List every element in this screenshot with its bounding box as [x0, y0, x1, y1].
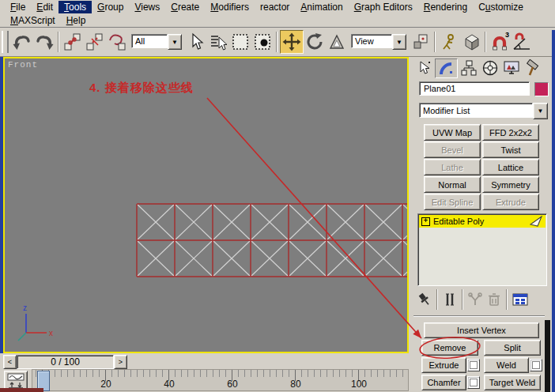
modifier-button-ffd-2x2x2[interactable]: FFD 2x2x2 — [482, 124, 539, 141]
select-by-name-icon[interactable] — [207, 30, 229, 54]
rectangular-selection-region-icon[interactable] — [229, 30, 251, 54]
menu-item-reactor[interactable]: reactor — [255, 1, 295, 13]
toolbar-grip[interactable] — [2, 31, 9, 53]
timeline-tick-label: 20 — [94, 379, 118, 390]
chamfer-settings-button[interactable] — [467, 376, 480, 389]
extrude-button[interactable]: Extrude — [421, 357, 466, 373]
select-and-move-icon[interactable] — [280, 30, 304, 54]
menu-item-file[interactable]: File — [5, 1, 31, 13]
stack-expand-icon[interactable]: + — [421, 217, 430, 226]
motion-tab-icon[interactable] — [479, 58, 500, 77]
menu-item-modifiers[interactable]: Modifiers — [205, 1, 255, 13]
timeline-ruler[interactable]: 0 20 40 60 80 100 — [32, 369, 409, 391]
stack-toolbar-separator — [462, 289, 463, 310]
window-crossing-toggle-icon[interactable] — [251, 30, 274, 54]
object-name-field[interactable]: Plane01 — [419, 81, 530, 96]
create-tab-icon[interactable] — [413, 58, 435, 77]
configure-modifier-sets-icon[interactable] — [510, 288, 530, 311]
display-tab-icon[interactable] — [500, 58, 522, 77]
panel-scrollbar[interactable] — [545, 320, 550, 392]
weld-button[interactable]: Weld — [484, 357, 529, 373]
modifier-button-lathe[interactable]: Lathe — [424, 159, 481, 175]
keyboard-override-cube-icon[interactable] — [460, 30, 482, 54]
menu-item-graph-editors[interactable]: Graph Editors — [349, 1, 418, 13]
rollout-separator — [413, 315, 545, 317]
viewport-label[interactable]: Front — [8, 60, 38, 70]
menu-item-customize[interactable]: Customize — [473, 1, 529, 13]
modifier-button-edit-spline[interactable]: Edit Spline — [424, 194, 481, 210]
selection-filter-arrow[interactable]: ▼ — [168, 34, 182, 50]
extrude-settings-button[interactable] — [467, 359, 480, 371]
timeline-tick-label: 80 — [284, 379, 308, 390]
modifier-button-twist[interactable]: Twist — [482, 141, 539, 158]
remove-button[interactable]: Remove — [421, 340, 478, 356]
toolbar-separator — [434, 32, 436, 52]
remove-modifier-icon[interactable] — [485, 288, 504, 311]
select-and-link-icon[interactable] — [62, 30, 84, 54]
selection-filter-dropdown[interactable]: All ▼ — [131, 34, 182, 50]
timeline-tick-label: 40 — [157, 379, 181, 390]
pin-stack-icon[interactable] — [415, 288, 434, 311]
make-unique-icon[interactable] — [466, 288, 485, 311]
modifier-list-value: Modifier List — [419, 103, 533, 118]
menu-item-help[interactable]: Help — [61, 14, 92, 27]
menu-item-animation[interactable]: Animation — [295, 1, 348, 13]
bind-to-space-warp-icon[interactable] — [106, 30, 128, 54]
command-panel-tabs — [413, 58, 543, 78]
select-and-scale-icon[interactable] — [326, 30, 348, 54]
modifier-list-arrow[interactable]: ▼ — [533, 103, 548, 119]
command-panel: Plane01 Modifier List ▼ UVW Map FFD 2x2x… — [409, 57, 552, 392]
front-viewport[interactable]: Front — [3, 57, 409, 353]
undo-icon[interactable] — [11, 30, 33, 54]
insert-vertex-button[interactable]: Insert Vertex — [424, 322, 539, 338]
modifier-stack-list[interactable]: + Editable Poly — [417, 213, 547, 286]
reference-coordinate-dropdown[interactable]: View ▼ — [351, 34, 406, 50]
utilities-tab-icon[interactable] — [522, 58, 543, 77]
modifier-button-symmetry[interactable]: Symmetry — [482, 176, 539, 193]
annotation-step-text: 4. 接着移除这些线 — [89, 81, 194, 96]
stack-toolbar — [415, 291, 546, 308]
use-pivot-point-center-icon[interactable] — [410, 30, 432, 54]
modifier-button-lattice[interactable]: Lattice — [482, 159, 539, 175]
menu-bar: FileEditToolsGroupViewsCreateModifiersre… — [0, 0, 555, 28]
menu-item-maxscript[interactable]: MAXScript — [5, 14, 61, 27]
weld-settings-button[interactable] — [530, 359, 542, 371]
menu-item-views[interactable]: Views — [129, 1, 165, 13]
menu-item-group[interactable]: Group — [92, 1, 129, 13]
chamfer-button[interactable]: Chamfer — [421, 375, 466, 390]
angle-snap-toggle-icon[interactable] — [511, 30, 533, 54]
menu-item-edit[interactable]: Edit — [31, 1, 59, 13]
stack-toolbar-separator — [506, 289, 508, 310]
stack-item-editable-poly[interactable]: + Editable Poly — [419, 215, 546, 228]
next-frame-button[interactable]: > — [114, 355, 127, 369]
window-border-right — [552, 30, 555, 392]
reference-coordinate-value: View — [351, 34, 392, 48]
menu-item-create[interactable]: Create — [165, 1, 205, 13]
target-weld-button[interactable]: Target Weld — [484, 375, 541, 390]
trackbar-stub — [0, 388, 43, 392]
object-color-swatch[interactable] — [534, 82, 549, 96]
previous-frame-button[interactable]: < — [3, 355, 17, 369]
menu-item-rendering[interactable]: Rendering — [418, 1, 473, 13]
menu-item-tools[interactable]: Tools — [59, 1, 92, 13]
select-and-manipulate-icon[interactable] — [438, 30, 460, 54]
redo-icon[interactable] — [33, 30, 55, 54]
snaps-toggle-icon[interactable]: 3 — [489, 30, 511, 54]
hierarchy-tab-icon[interactable] — [458, 58, 479, 77]
unlink-selection-icon[interactable] — [84, 30, 106, 54]
selection-filter-value: All — [131, 34, 168, 48]
menu-row-1: FileEditToolsGroupViewsCreateModifiersre… — [0, 0, 555, 13]
modifier-button-normal[interactable]: Normal — [424, 176, 481, 193]
select-object-icon[interactable] — [185, 30, 207, 54]
modifier-button-extrude-mod[interactable]: Extrude — [482, 194, 539, 210]
modify-tab-icon[interactable] — [435, 58, 458, 78]
modifier-button-bevel[interactable]: Bevel — [424, 141, 481, 158]
frame-counter-display: 0 / 100 — [17, 355, 114, 369]
modifier-list-dropdown[interactable]: Modifier List ▼ — [419, 103, 548, 118]
reference-coordinate-arrow[interactable]: ▼ — [392, 34, 406, 50]
select-and-rotate-icon[interactable] — [304, 30, 326, 54]
show-end-result-icon[interactable] — [440, 288, 459, 311]
modifier-button-uvw-map[interactable]: UVW Map — [424, 124, 481, 141]
split-button[interactable]: Split — [484, 340, 541, 356]
editable-poly-icon — [530, 216, 543, 227]
